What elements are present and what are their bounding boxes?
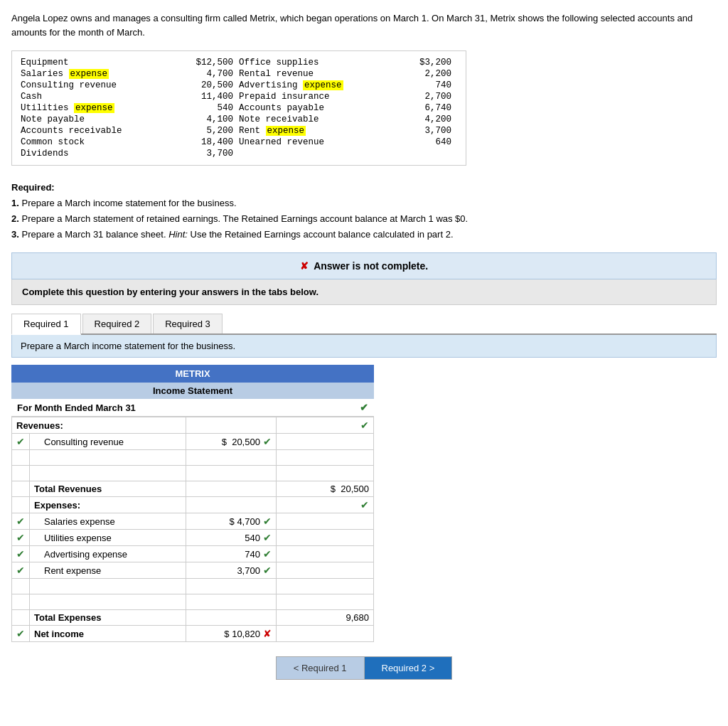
empty-row-4 — [12, 594, 374, 610]
acct-label: Common stock — [21, 137, 85, 147]
salaries-label: Salaries expense — [30, 513, 186, 530]
utilities-amount: 540 — [245, 533, 260, 543]
rent-check-icon: ✔ — [16, 565, 25, 576]
required-section: Required: 1. Prepare a March income stat… — [11, 180, 717, 242]
acct-label: Utilities expense — [21, 103, 114, 113]
answer-banner-text: Answer is not complete. — [314, 260, 428, 272]
expenses-label: Expenses: — [30, 497, 186, 513]
acct-amount: 540 — [217, 103, 233, 113]
period-check-icon: ✔ — [360, 402, 368, 413]
salaries-amount-check: ✔ — [263, 516, 272, 527]
net-income-amount: 10,820 — [232, 629, 260, 639]
revenues-header-row: Revenues: ✔ — [12, 417, 374, 434]
statement-title: Income Statement — [11, 383, 374, 399]
acct-amount: 2,200 — [424, 69, 451, 79]
accounts-left-col: Equipment$12,500 Salaries expense4,700 C… — [21, 57, 239, 159]
empty-row-2 — [12, 466, 374, 481]
expenses-check-cell: ✔ — [276, 497, 373, 513]
net-income-row: ✔ Net income $ 10,820 ✘ — [12, 626, 374, 642]
empty-row-3 — [12, 579, 374, 594]
utilities-check-icon: ✔ — [16, 532, 25, 543]
acct-amount: $3,200 — [419, 58, 451, 68]
salaries-check-icon: ✔ — [16, 516, 25, 527]
rent-amount-cell: 3,700 ✔ — [186, 562, 277, 579]
consulting-amount-check: ✔ — [263, 436, 272, 447]
x-circle-icon: ✘ — [300, 260, 309, 272]
tab-content-header: Prepare a March income statement for the… — [11, 335, 717, 358]
acct-label: Rental revenue — [239, 69, 314, 79]
total-expenses-row: Total Expenses 9,680 — [12, 610, 374, 626]
utilities-label: Utilities expense — [30, 530, 186, 546]
acct-amount: 2,700 — [424, 92, 451, 102]
salaries-amount-cell: $ 4,700 ✔ — [186, 513, 277, 530]
consulting-check-icon: ✔ — [16, 436, 25, 447]
net-income-amount-cell: $ 10,820 ✘ — [186, 626, 277, 642]
acct-label: Unearned revenue — [239, 137, 324, 147]
prev-button[interactable]: < Required 1 — [276, 656, 364, 680]
statement-period: For Month Ended March 31 — [17, 402, 136, 413]
revenues-check-cell — [186, 417, 277, 434]
income-statement-table: Revenues: ✔ ✔ Consulting revenue $ 20,50… — [11, 417, 374, 642]
rent-amount: 3,700 — [237, 565, 260, 576]
acct-label: Salaries expense — [21, 69, 109, 79]
net-income-check-icon: ✔ — [16, 628, 25, 639]
intro-text: Angela Lopez owns and manages a consulti… — [11, 11, 717, 39]
required-item-2: 2. Prepare a March statement of retained… — [11, 211, 717, 227]
tab-required-3[interactable]: Required 3 — [153, 314, 223, 333]
accounts-right-col: Office supplies$3,200 Rental revenue2,20… — [239, 57, 457, 159]
tab-required-2[interactable]: Required 2 — [82, 314, 152, 333]
acct-amount: 3,700 — [206, 149, 233, 159]
required-label: Required: — [11, 182, 55, 193]
acct-label: Office supplies — [239, 58, 319, 68]
acct-label: Note receivable — [239, 114, 319, 124]
consulting-amount-cell: $ 20,500 ✔ — [186, 434, 277, 450]
total-revenues-row: Total Revenues $ 20,500 — [12, 481, 374, 497]
financial-table: METRIX Income Statement For Month Ended … — [11, 365, 374, 642]
acct-label: Advertising expense — [239, 80, 343, 90]
acct-amount: 5,200 — [206, 126, 233, 136]
total-revenues-label: Total Revenues — [30, 481, 186, 497]
empty-row-1 — [12, 450, 374, 466]
acct-label: Note payable — [21, 114, 85, 124]
acct-label: Equipment — [21, 58, 69, 68]
answer-banner: ✘ Answer is not complete. — [11, 252, 717, 279]
utilities-expense-row: ✔ Utilities expense 540 ✔ — [12, 530, 374, 546]
advertising-label: Advertising expense — [30, 546, 186, 562]
advertising-check-icon: ✔ — [16, 548, 25, 560]
acct-amount: 11,400 — [201, 92, 233, 102]
consulting-label: Consulting revenue — [30, 434, 186, 450]
required-item-1: 1. Prepare a March income statement for … — [11, 196, 717, 211]
salaries-expense-row: ✔ Salaries expense $ 4,700 ✔ — [12, 513, 374, 530]
acct-amount: 18,400 — [201, 137, 233, 147]
acct-amount: 740 — [435, 80, 451, 90]
total-expenses-amount: 9,680 — [276, 610, 373, 626]
total-revenues-amount: $ 20,500 — [276, 481, 373, 497]
acct-amount: 640 — [435, 137, 451, 147]
next-button[interactable]: Required 2 > — [364, 656, 453, 680]
acct-label: Cash — [21, 92, 42, 102]
utilities-amount-check: ✔ — [263, 532, 272, 543]
utilities-amount-cell: 540 ✔ — [186, 530, 277, 546]
acct-label: Accounts receivable — [21, 126, 122, 136]
acct-label: Consulting revenue — [21, 80, 117, 90]
advertising-amount: 740 — [245, 549, 260, 560]
consulting-amount: 20,500 — [232, 437, 260, 447]
acct-label: Rent expense — [239, 126, 306, 136]
complete-instruction: Complete this question by entering your … — [11, 279, 717, 305]
accounts-table: Equipment$12,500 Salaries expense4,700 C… — [11, 50, 466, 166]
consulting-revenue-row: ✔ Consulting revenue $ 20,500 ✔ — [12, 434, 374, 450]
expenses-check-icon: ✔ — [360, 499, 369, 511]
statement-period-row: For Month Ended March 31 ✔ — [11, 399, 374, 417]
consulting-check-icon-cell: ✔ — [12, 434, 30, 450]
dollar-sign: $ — [222, 437, 230, 447]
acct-label: Prepaid insurance — [239, 92, 330, 102]
tabs-container: Required 1 Required 2 Required 3 — [11, 314, 717, 335]
required-item-3: 3. Prepare a March 31 balance sheet. Hin… — [11, 227, 717, 242]
acct-amount: $12,500 — [196, 58, 233, 68]
net-income-error-icon: ✘ — [263, 628, 272, 639]
tab-required-1[interactable]: Required 1 — [11, 314, 81, 335]
acct-amount: 3,700 — [424, 126, 451, 136]
consulting-total-cell — [276, 434, 373, 450]
salaries-amount: 4,700 — [237, 516, 260, 527]
revenues-check-icon: ✔ — [360, 420, 369, 431]
